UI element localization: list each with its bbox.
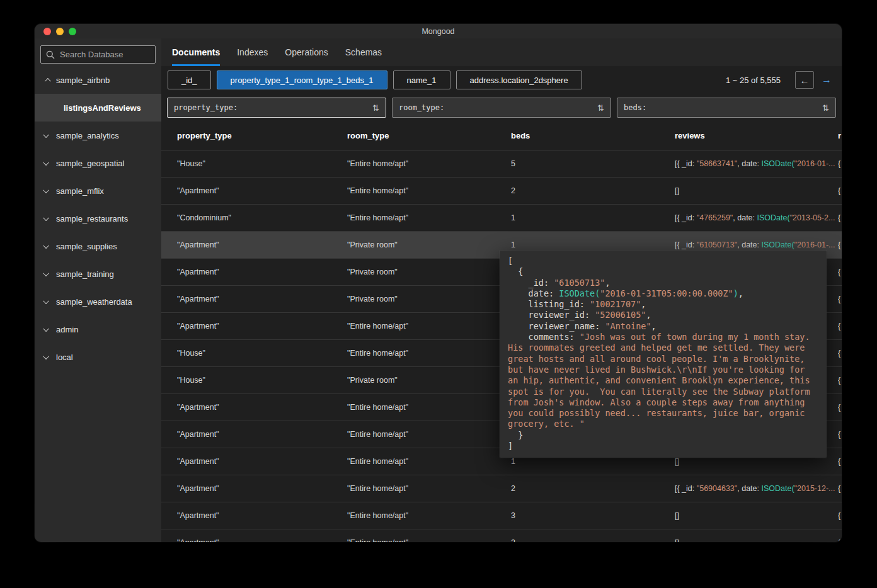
chevron-down-icon [43, 325, 49, 332]
cell-property-type: "House" [177, 349, 347, 358]
index-chip-_id_[interactable]: _id_ [168, 71, 211, 89]
tab-indexes[interactable]: Indexes [237, 38, 268, 66]
cell-beds: 3 [511, 511, 675, 520]
filter-input-room_type[interactable]: room_type:⇅ [392, 98, 611, 118]
cell-beds: 1 [511, 457, 675, 466]
string-token: "2016-01-31T05:00:00.000Z" [600, 288, 733, 298]
column-header-room_type: room_type [347, 131, 511, 140]
string-token: "58663741" [697, 159, 738, 168]
cell-property-type: "Apartment" [177, 403, 347, 412]
chevron-down-icon [43, 215, 49, 221]
sidebar-item-sample_analytics[interactable]: sample_analytics [35, 122, 161, 149]
table-row[interactable]: "Apartment""Entire home/apt"2[]{ [161, 178, 842, 205]
sort-icon[interactable]: ⇅ [822, 103, 829, 113]
sidebar-item-listingsAndReviews[interactable]: listingsAndReviews [35, 94, 161, 122]
sidebar-item-sample_training[interactable]: sample_training [35, 260, 161, 288]
cell-property-type: "Apartment" [177, 430, 347, 439]
traffic-lights [43, 24, 76, 38]
sidebar-item-sample_restaurants[interactable]: sample_restaurants [35, 205, 161, 232]
minimize-window-button[interactable] [56, 28, 64, 35]
sidebar-item-sample_supplies[interactable]: sample_supplies [35, 232, 161, 260]
isodate-token: ISODate( [559, 288, 600, 298]
filter-field-label: property_type: [174, 103, 238, 112]
popup-line: reviewer_id: "52006105", [508, 310, 818, 320]
string-token: "Josh was out of town during my 1 month … [508, 332, 815, 429]
code-token: , [738, 288, 743, 298]
popup-line: ] [508, 441, 818, 451]
sidebar-item-label: sample_supplies [56, 242, 117, 251]
sort-icon[interactable]: ⇅ [372, 103, 379, 113]
titlebar: Mongood [35, 24, 842, 38]
cell-beds: 2 [511, 538, 675, 542]
string-token: "2013-05-2... [790, 213, 835, 222]
next-page-button[interactable]: → [817, 71, 836, 89]
table-row[interactable]: "Apartment""Entire home/apt"3[]{ [161, 502, 842, 529]
cell-overflow: { [838, 240, 842, 249]
string-token: "61050713" [554, 278, 605, 288]
table-row[interactable]: "Condominium""Entire home/apt"1[{ _id: "… [161, 205, 842, 232]
code-token: date: [508, 288, 559, 298]
cell-property-type: "Apartment" [177, 295, 347, 303]
filter-bar: property_type:⇅room_type:⇅beds:⇅ [161, 94, 842, 122]
sidebar-item-sample_mflix[interactable]: sample_mflix [35, 177, 161, 205]
filter-input-property_type[interactable]: property_type:⇅ [167, 98, 386, 118]
sidebar-item-sample_weatherdata[interactable]: sample_weatherdata [35, 288, 161, 315]
code-token: [{ _id: [675, 240, 697, 249]
search-database-input[interactable]: Search Database [40, 45, 156, 64]
code-token: _id: [508, 278, 554, 288]
cell-overflow: { [838, 322, 842, 331]
filter-field-label: beds: [624, 103, 646, 112]
arrow-left-icon: ← [800, 75, 810, 86]
cell-overflow: { [838, 484, 842, 493]
filter-input-beds[interactable]: beds:⇅ [617, 98, 836, 118]
index-chip-property_type_1_room_type_1_beds_1[interactable]: property_type_1_room_type_1_beds_1 [217, 71, 387, 89]
cell-overflow: { [838, 538, 842, 542]
cell-reviews: [] [675, 511, 838, 520]
cell-beds: 2 [511, 484, 675, 493]
string-token: "56904633" [697, 484, 738, 493]
index-chip-name_1[interactable]: name_1 [393, 71, 450, 89]
zoom-window-button[interactable] [69, 28, 76, 35]
chevron-down-icon [43, 298, 49, 304]
sidebar-item-label: sample_geospatial [56, 159, 124, 168]
prev-page-button[interactable]: ← [795, 71, 814, 89]
string-token: "Antoine" [605, 321, 651, 331]
table-row[interactable]: "Apartment""Entire home/apt"2[{ _id: "56… [161, 475, 842, 502]
cell-overflow: { [838, 186, 842, 195]
app-window: Mongood Search Database sample_airbnblis… [35, 24, 842, 542]
window-body: Search Database sample_airbnblistingsAnd… [35, 38, 842, 542]
sidebar-item-local[interactable]: local [35, 343, 161, 371]
string-token: "2016-01-... [794, 240, 835, 249]
cell-reviews: [] [675, 538, 838, 542]
sidebar-item-admin[interactable]: admin [35, 315, 161, 343]
tab-operations[interactable]: Operations [285, 38, 328, 66]
sidebar-item-label: local [56, 353, 73, 362]
index-chip-address.location_2dsphere[interactable]: address.location_2dsphere [456, 71, 582, 89]
string-token: "52006105" [595, 310, 646, 320]
search-icon [46, 50, 55, 59]
cell-overflow: { [838, 349, 842, 358]
cell-room-type: "Entire home/apt" [347, 159, 511, 168]
popup-line: _id: "61050713", [508, 278, 818, 288]
cell-room-type: "Entire home/apt" [347, 349, 511, 358]
table-row[interactable]: "House""Entire home/apt"5[{ _id: "586637… [161, 150, 842, 178]
popup-line: { [508, 266, 818, 277]
cell-property-type: "Apartment" [177, 538, 347, 542]
tab-documents[interactable]: Documents [172, 38, 220, 66]
cell-property-type: "Apartment" [177, 240, 347, 249]
column-header-property_type: property_type [177, 131, 347, 140]
cell-overflow: { [838, 376, 842, 385]
isodate-token: ) [733, 288, 738, 298]
sidebar-item-sample_geospatial[interactable]: sample_geospatial [35, 149, 161, 177]
sidebar-item-sample_airbnb[interactable]: sample_airbnb [35, 66, 161, 94]
cell-reviews: [] [675, 186, 838, 195]
code-token: , date: [737, 484, 761, 493]
column-header-r: r [838, 131, 842, 140]
close-window-button[interactable] [43, 28, 51, 35]
tab-schemas[interactable]: Schemas [345, 38, 382, 66]
sort-icon[interactable]: ⇅ [597, 103, 604, 113]
string-token: "4765259" [697, 213, 733, 222]
table-row[interactable]: "Apartment""Entire home/apt"2[]{ [161, 529, 842, 542]
string-token: "2015-12-... [794, 484, 835, 493]
cell-reviews: [] [675, 457, 838, 466]
